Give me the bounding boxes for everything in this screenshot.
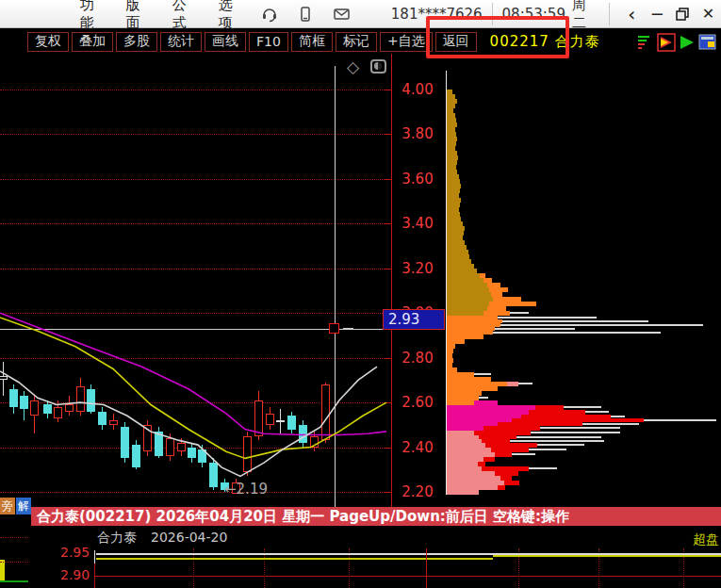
profile-left-edge: [446, 71, 447, 495]
profile-line: [495, 328, 575, 330]
profile-line: [493, 332, 661, 334]
app-window: 功能版面公式选项 181****7626 08:53:59 周二 ‹ − ✕ 复…: [0, 0, 721, 588]
profile-line: [540, 427, 620, 429]
restore-button[interactable]: [672, 3, 694, 25]
toolbar-buttons: 复权叠加多股统计画线F10简框标记+自选返回: [25, 32, 477, 52]
profile-line: [611, 416, 625, 417]
price-axis-label: 2.80: [393, 350, 442, 367]
price-axis-label: 2.40: [393, 439, 442, 456]
crosshair-price-tag: 2.93: [383, 309, 445, 330]
minute-price-high: 2.95: [60, 545, 90, 560]
profile-line: [529, 449, 566, 450]
corner-tab-0[interactable]: 旁: [0, 498, 15, 514]
profile-line: [474, 373, 491, 375]
ma-white: [0, 367, 377, 476]
profile-line: [564, 406, 601, 408]
current-stock-label[interactable]: 002217 合力泰: [490, 33, 600, 51]
toolbar-button-1[interactable]: 叠加: [72, 32, 113, 52]
profile-line: [529, 467, 557, 469]
profile-line: [500, 324, 703, 326]
account-number[interactable]: 181****7626: [391, 6, 483, 23]
profile-line: [498, 317, 597, 318]
toolbar-button-2[interactable]: 多股: [116, 32, 157, 52]
profile-line: [537, 444, 584, 446]
red-play-icon[interactable]: [657, 33, 674, 50]
price-axis-label: 2.60: [393, 394, 442, 411]
profile-line: [516, 436, 601, 438]
clock-weekday: 周二: [572, 0, 599, 32]
minute-date: 2026-04-20: [151, 530, 227, 545]
profile-bar: [507, 382, 518, 386]
price-axis-line: [391, 54, 392, 509]
main-chart[interactable]: ◇ 4.003.803.603.403.203.002.802.602.402.…: [0, 54, 721, 509]
clock-time: 08:53:59: [502, 6, 565, 23]
minimize-button[interactable]: −: [647, 3, 668, 25]
minute-left-border: [94, 564, 95, 588]
minute-green-dash: [0, 580, 28, 582]
toolbar-button-7[interactable]: 标记: [336, 32, 377, 52]
minute-stock-name: 合力泰: [97, 530, 137, 547]
minute-avg-line-a: [96, 558, 493, 560]
moving-average-lines: [0, 54, 388, 509]
minute-chart-panel[interactable]: 合力泰 2026-04-20 超盘 2.95 2.90: [0, 526, 721, 588]
profile-bar: [446, 490, 479, 495]
profile-line: [510, 312, 529, 314]
profile-line: [502, 320, 648, 322]
profile-line: [582, 423, 639, 425]
profile-line: [479, 397, 488, 399]
titlebar-divider-2: [609, 3, 610, 25]
profile-line: [510, 440, 604, 442]
close-button[interactable]: ✕: [697, 3, 719, 25]
price-axis-label: 2.20: [393, 483, 442, 500]
minute-avg-line-b: [493, 555, 721, 557]
status-text: 合力泰(002217) 2026年04月20日 星期一 PageUp/Down:…: [37, 508, 569, 526]
toolbar-button-5[interactable]: F10: [249, 32, 288, 52]
minute-right-label[interactable]: 超盘: [693, 531, 719, 548]
profile-line: [518, 383, 533, 384]
back-button[interactable]: ‹: [621, 3, 643, 25]
ma-yellow: [0, 318, 386, 459]
price-axis-label: 3.40: [393, 215, 442, 232]
profile-line: [512, 453, 535, 455]
price-axis-label: 3.80: [393, 125, 442, 142]
price-axis-label: 3.20: [393, 260, 442, 277]
phone-icon[interactable]: [297, 6, 314, 23]
profile-bar: [498, 485, 505, 490]
profile-bar: [495, 452, 512, 457]
profile-bar: [504, 481, 519, 485]
toolbar-button-6[interactable]: 简框: [291, 32, 333, 52]
toolbar-button-9[interactable]: 返回: [435, 32, 477, 52]
minute-cursor-line: [426, 548, 427, 588]
minute-price-low: 2.90: [60, 567, 90, 582]
corner-tab-1[interactable]: 解: [16, 498, 31, 514]
minute-dots-b: [0, 562, 28, 563]
titlebar-divider: [492, 3, 493, 25]
price-axis-label: 3.60: [393, 171, 442, 188]
minute-gridline-h: [94, 576, 721, 577]
toolbar-button-4[interactable]: 画线: [205, 32, 246, 52]
green-play-icon[interactable]: [678, 33, 695, 50]
ranking-bars-icon[interactable]: [636, 33, 653, 50]
status-bar: 合力泰(002217) 2026年04月20日 星期一 PageUp/Down:…: [31, 507, 721, 526]
profile-line: [644, 419, 716, 421]
toolbar: 复权叠加多股统计画线F10简框标记+自选返回 002217 合力泰: [0, 29, 721, 54]
headset-icon[interactable]: [261, 6, 278, 23]
minute-volume-bar: [0, 560, 5, 580]
mail-icon[interactable]: [333, 6, 350, 23]
toolbar-button-0[interactable]: 复权: [27, 32, 69, 52]
price-axis-label: 4.00: [393, 81, 442, 98]
profile-line: [585, 411, 609, 413]
toolbar-button-8[interactable]: +自选: [380, 32, 433, 52]
minute-dots-a: [0, 537, 28, 538]
toolbar-button-3[interactable]: 统计: [160, 32, 202, 52]
monitor-icon[interactable]: [698, 33, 715, 50]
profile-line: [531, 432, 620, 433]
title-bar: 功能版面公式选项 181****7626 08:53:59 周二 ‹ − ✕: [0, 0, 721, 28]
